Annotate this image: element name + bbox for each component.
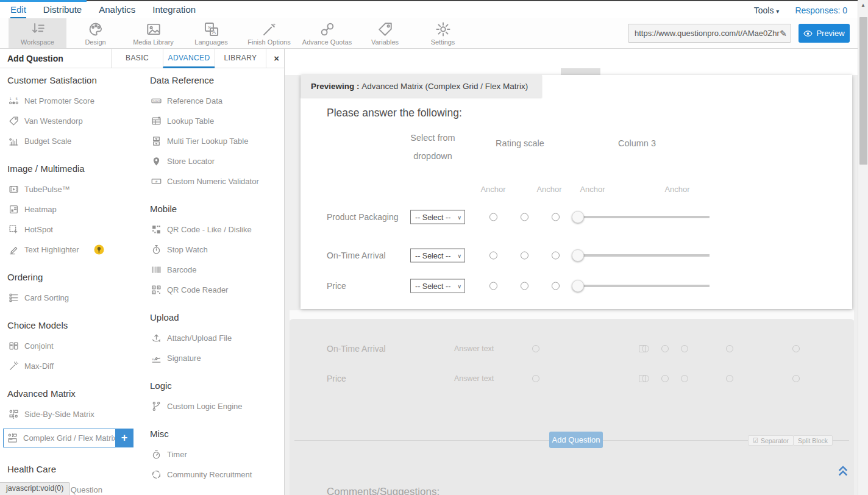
column3-slider[interactable] xyxy=(572,280,710,292)
select-dropdown[interactable]: -- Select --∨ xyxy=(410,249,465,263)
question-type-item[interactable]: # Custom Numeric Validator xyxy=(150,176,282,187)
rating-radio[interactable] xyxy=(552,213,560,221)
question-type-item[interactable]: Text Highlighter + xyxy=(7,244,143,255)
conjoint-icon xyxy=(9,341,19,351)
page-scrollbar[interactable]: ▲ xyxy=(858,0,868,495)
column3-slider[interactable] xyxy=(572,249,710,262)
separator-checkbox-icon: ☑ xyxy=(753,437,758,444)
panel-tab[interactable]: ADVANCED xyxy=(163,49,215,68)
rating-radio[interactable] xyxy=(489,282,497,290)
rating-radio[interactable] xyxy=(552,252,560,260)
question-type-item[interactable]: Community Recruitment xyxy=(150,469,282,480)
lightbulb-badge-icon xyxy=(94,244,104,255)
question-type-item[interactable]: Side-By-Side Matrix + xyxy=(7,408,143,420)
rating-radio[interactable] xyxy=(521,282,528,290)
slider-thumb[interactable] xyxy=(572,211,584,223)
question-type-item[interactable]: QR Code Reader xyxy=(150,284,282,296)
question-type-item[interactable]: Complex Grid / Flex Matrix + xyxy=(3,429,133,447)
rating-radio[interactable] xyxy=(521,252,528,260)
question-type-item[interactable]: Timer xyxy=(150,449,282,460)
question-type-item[interactable]: Budget Scale + xyxy=(7,135,143,147)
split-block-button[interactable]: Split Block xyxy=(793,435,833,446)
separator-button[interactable]: ☑Separator xyxy=(748,435,794,446)
slider-thumb[interactable] xyxy=(572,249,584,262)
question-type-item[interactable]: Store Locator xyxy=(150,155,282,167)
question-type-item[interactable]: Multi Tier Lookup Table xyxy=(150,135,282,147)
question-type-item[interactable]: QR Code - Like / Dislike xyxy=(150,224,282,235)
question-type-item[interactable]: 94123 Reference Data xyxy=(150,95,282,107)
edit-pencil-icon[interactable]: ✎ xyxy=(780,29,787,38)
question-type-item[interactable]: TubePulse™ + xyxy=(7,183,143,195)
scrollbar-thumb[interactable] xyxy=(859,17,867,165)
select-dropdown[interactable]: -- Select --∨ xyxy=(410,210,465,224)
panel-header: Add Question BASIC ADVANCED LIBRARY × xyxy=(0,49,284,68)
radio-button[interactable] xyxy=(681,375,688,382)
scroll-to-top-icon[interactable] xyxy=(836,465,850,477)
nav-item[interactable]: Edit xyxy=(10,2,26,18)
close-icon[interactable]: × xyxy=(274,49,279,68)
select-dropdown[interactable]: -- Select --∨ xyxy=(410,279,465,293)
question-type-item[interactable]: HotSpot + xyxy=(7,224,143,235)
responses-count[interactable]: Responses: 0 xyxy=(795,5,847,15)
question-type-item[interactable]: Van Westendorp + xyxy=(7,115,143,127)
question-type-item[interactable]: 15 Net Promoter Score + xyxy=(7,95,143,107)
rating-radio[interactable] xyxy=(521,213,528,221)
question-type-item[interactable]: Heatmap + xyxy=(7,204,143,215)
tools-menu[interactable]: Tools ▾ xyxy=(754,5,780,15)
toolbar-item[interactable]: Finish Options xyxy=(240,18,298,48)
survey-url-field: ✎ xyxy=(628,24,791,43)
radio-button[interactable] xyxy=(661,345,669,352)
toolbar-item[interactable]: Variables xyxy=(356,18,414,48)
panel-tab[interactable]: BASIC xyxy=(111,49,163,68)
question-type-item[interactable]: Conjoint + xyxy=(7,340,143,352)
slider-thumb[interactable] xyxy=(572,280,584,292)
add-question-button[interactable]: Add Question xyxy=(549,432,603,448)
scroll-up-arrow-icon[interactable]: ▲ xyxy=(858,0,868,8)
panel-tab[interactable]: LIBRARY xyxy=(215,49,266,68)
radio-button[interactable] xyxy=(642,345,649,352)
question-type-item[interactable]: Stop Watch xyxy=(150,244,282,255)
radio-button[interactable] xyxy=(726,345,733,352)
radio-button[interactable] xyxy=(792,345,800,352)
radio-button[interactable] xyxy=(642,375,649,382)
toolbar-item[interactable]: Workspace xyxy=(9,18,66,48)
question-type-item[interactable]: Card Sorting + xyxy=(7,292,143,304)
dropdown-value: -- Select -- xyxy=(415,251,450,260)
rating-radio[interactable] xyxy=(552,282,560,290)
question-types-column-1: Customer Satisfaction 15 Net Promoter Sc… xyxy=(7,68,143,494)
radio-button[interactable] xyxy=(681,345,688,352)
toolbar-item[interactable]: Settings xyxy=(414,18,472,48)
toolbar-item[interactable]: Advance Quotas xyxy=(298,18,356,48)
survey-url-input[interactable] xyxy=(635,29,780,38)
media-library-icon xyxy=(146,21,162,37)
radio-button[interactable] xyxy=(726,375,733,382)
hotspot-icon xyxy=(9,224,19,235)
add-question-panel: Add Question BASIC ADVANCED LIBRARY × Cu… xyxy=(0,49,285,495)
radio-button[interactable] xyxy=(792,375,800,382)
toolbar-item[interactable]: ×A Languages xyxy=(182,18,240,48)
question-type-label: QR Code Reader xyxy=(167,285,228,294)
rating-radio[interactable] xyxy=(489,213,497,221)
radio-button[interactable] xyxy=(532,375,539,382)
column3-slider[interactable] xyxy=(572,211,710,223)
preview-button-label: Preview xyxy=(816,29,844,38)
question-type-item[interactable]: Lookup Table xyxy=(150,115,282,127)
radio-button[interactable] xyxy=(661,375,669,382)
toolbar-item[interactable]: Media Library xyxy=(124,18,182,48)
question-type-item[interactable]: Barcode xyxy=(150,264,282,276)
nav-item[interactable]: Integration xyxy=(152,2,196,18)
nav-item[interactable]: Distribute xyxy=(43,2,82,18)
toolbar-item[interactable]: Design xyxy=(66,18,124,48)
preview-button[interactable]: Preview xyxy=(799,24,850,43)
section-heading: Choice Models xyxy=(7,319,143,332)
anchor-label: Anchor xyxy=(580,185,605,194)
question-type-item[interactable]: × Signature xyxy=(150,352,282,364)
add-selected-question-button[interactable]: + xyxy=(115,429,133,447)
question-type-item[interactable]: Max-Diff + xyxy=(7,360,143,372)
question-type-item[interactable]: Attach/Upload File xyxy=(150,332,282,344)
radio-button[interactable] xyxy=(532,345,539,352)
question-type-section: Ordering Card Sorting + xyxy=(7,271,143,304)
nav-item[interactable]: Analytics xyxy=(99,2,135,18)
question-type-item[interactable]: Custom Logic Engine xyxy=(150,401,282,412)
rating-radio[interactable] xyxy=(489,252,497,260)
